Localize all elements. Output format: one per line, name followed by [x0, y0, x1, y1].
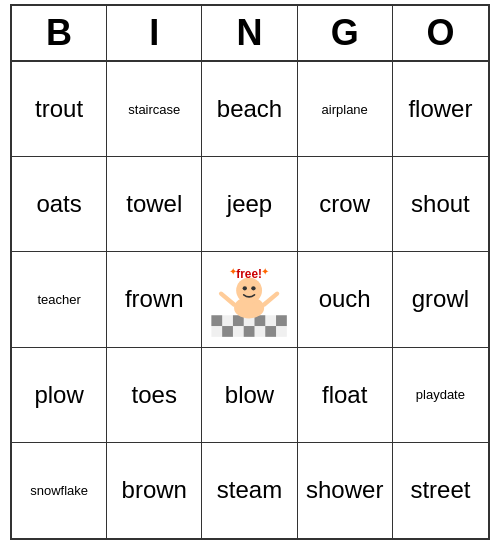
cell-3-1[interactable]: toes — [107, 348, 202, 443]
cell-3-2[interactable]: blow — [202, 348, 297, 443]
cell-1-2[interactable]: jeep — [202, 157, 297, 252]
svg-text:✦: ✦ — [262, 267, 270, 278]
svg-rect-6 — [244, 326, 255, 337]
svg-rect-1 — [212, 316, 223, 327]
svg-text:free!: free! — [237, 267, 263, 281]
svg-text:✦: ✦ — [229, 267, 237, 278]
cell-2-1[interactable]: frown — [107, 252, 202, 347]
svg-line-10 — [265, 294, 278, 305]
svg-point-13 — [252, 287, 256, 291]
cell-0-1[interactable]: staircase — [107, 62, 202, 157]
header-o: O — [393, 6, 488, 60]
svg-line-9 — [221, 294, 234, 305]
cell-4-2[interactable]: steam — [202, 443, 297, 538]
svg-rect-5 — [223, 326, 234, 337]
cell-1-4[interactable]: shout — [393, 157, 488, 252]
cell-4-1[interactable]: brown — [107, 443, 202, 538]
cell-3-4[interactable]: playdate — [393, 348, 488, 443]
cell-2-3[interactable]: ouch — [298, 252, 393, 347]
bingo-grid: trout staircase beach airplane flower oa… — [12, 62, 488, 538]
cell-0-0[interactable]: trout — [12, 62, 107, 157]
cell-4-3[interactable]: shower — [298, 443, 393, 538]
header-n: N — [202, 6, 297, 60]
cell-3-3[interactable]: float — [298, 348, 393, 443]
cell-0-4[interactable]: flower — [393, 62, 488, 157]
cell-2-4[interactable]: growl — [393, 252, 488, 347]
cell-1-0[interactable]: oats — [12, 157, 107, 252]
svg-point-12 — [243, 287, 247, 291]
free-illustration: free! ✦ ✦ — [206, 256, 292, 342]
svg-rect-7 — [266, 326, 277, 337]
cell-3-0[interactable]: plow — [12, 348, 107, 443]
cell-4-4[interactable]: street — [393, 443, 488, 538]
bingo-card: B I N G O trout staircase beach airplane… — [10, 4, 490, 540]
svg-point-11 — [237, 278, 263, 304]
cell-2-0[interactable]: teacher — [12, 252, 107, 347]
cell-4-0[interactable]: snowflake — [12, 443, 107, 538]
svg-rect-4 — [276, 316, 287, 327]
cell-1-3[interactable]: crow — [298, 157, 393, 252]
header-b: B — [12, 6, 107, 60]
cell-free[interactable]: free! ✦ ✦ — [202, 252, 297, 347]
cell-1-1[interactable]: towel — [107, 157, 202, 252]
bingo-header: B I N G O — [12, 6, 488, 62]
cell-0-3[interactable]: airplane — [298, 62, 393, 157]
header-i: I — [107, 6, 202, 60]
cell-0-2[interactable]: beach — [202, 62, 297, 157]
header-g: G — [298, 6, 393, 60]
